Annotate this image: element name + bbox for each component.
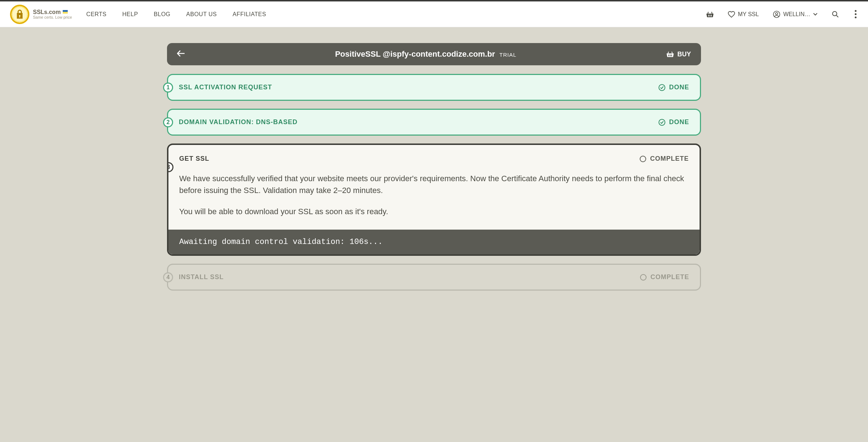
brand-subtitle: Same certs. Low price	[33, 15, 72, 19]
main-nav: CERTS HELP BLOG ABOUT US AFFILIATES	[86, 11, 266, 18]
svg-point-5	[640, 156, 646, 162]
nav-affiliates[interactable]: AFFILIATES	[233, 11, 266, 18]
step-number: 1	[163, 83, 173, 93]
lock-coin-icon	[10, 5, 29, 24]
heart-icon	[728, 11, 735, 18]
step-status: COMPLETE	[639, 155, 689, 163]
logo[interactable]: SSLs.com Same certs. Low price	[10, 5, 72, 24]
svg-point-3	[659, 84, 665, 90]
info-text-2: You will be able to download your SSL as…	[179, 206, 689, 217]
cart-button[interactable]	[706, 11, 714, 18]
search-icon	[832, 11, 839, 18]
buy-label: BUY	[677, 51, 691, 58]
svg-point-6	[640, 274, 646, 280]
step-number: 2	[163, 117, 173, 127]
status-text: COMPLETE	[650, 273, 689, 281]
basket-icon	[706, 11, 714, 18]
trial-badge: TRIAL	[500, 52, 517, 58]
status-text: DONE	[669, 84, 689, 91]
kebab-icon	[853, 9, 858, 20]
user-circle-icon	[773, 11, 780, 18]
nav-certs[interactable]: CERTS	[86, 11, 106, 18]
arrow-left-icon	[177, 50, 185, 57]
more-menu[interactable]	[853, 9, 858, 20]
info-text-1: We have successfully verified that your …	[179, 173, 689, 196]
nav-blog[interactable]: BLOG	[154, 11, 170, 18]
svg-point-1	[776, 13, 778, 15]
step-3: 3 GET SSL COMPLETE We have successfully …	[167, 144, 701, 256]
step-1[interactable]: 1 SSL ACTIVATION REQUEST DONE	[167, 74, 701, 101]
ukraine-flag-icon	[63, 10, 68, 14]
step-number: 4	[163, 272, 173, 282]
circle-icon	[640, 274, 647, 281]
check-circle-icon	[658, 84, 666, 91]
step-body: We have successfully verified that your …	[168, 163, 700, 230]
step-status: DONE	[658, 118, 689, 126]
step-2[interactable]: 2 DOMAIN VALIDATION: DNS-BASED DONE	[167, 109, 701, 136]
circle-icon	[639, 155, 647, 163]
status-text: COMPLETE	[650, 155, 689, 163]
page-title: PositiveSSL @ispfy-content.codize.com.br…	[185, 50, 667, 59]
svg-point-4	[659, 119, 665, 125]
status-text: DONE	[669, 118, 689, 126]
page-titlebar: PositiveSSL @ispfy-content.codize.com.br…	[167, 43, 701, 65]
myssl-link[interactable]: MY SSL	[728, 11, 759, 18]
step-label: SSL ACTIVATION REQUEST	[179, 84, 272, 91]
buy-button[interactable]: BUY	[667, 51, 691, 58]
title-product-domain: PositiveSSL @ispfy-content.codize.com.br	[335, 50, 495, 58]
brand-title: SSLs.com	[33, 9, 61, 15]
myssl-label: MY SSL	[738, 11, 759, 18]
validation-status: Awaiting domain control validation: 106s…	[168, 230, 700, 254]
step-label: INSTALL SSL	[179, 273, 224, 281]
chevron-down-icon	[813, 13, 817, 16]
step-label: GET SSL	[179, 155, 209, 163]
username-label: WELLIN…	[783, 11, 810, 18]
back-button[interactable]	[177, 50, 185, 58]
search-button[interactable]	[832, 11, 839, 18]
step-label: DOMAIN VALIDATION: DNS-BASED	[179, 118, 297, 126]
main-header: SSLs.com Same certs. Low price CERTS HEL…	[0, 1, 868, 27]
nav-about[interactable]: ABOUT US	[186, 11, 217, 18]
check-circle-icon	[658, 119, 666, 126]
basket-icon	[667, 51, 674, 57]
step-4: 4 INSTALL SSL COMPLETE	[167, 264, 701, 291]
svg-point-2	[833, 11, 837, 16]
step-status: COMPLETE	[640, 273, 689, 281]
step-status: DONE	[658, 84, 689, 91]
nav-help[interactable]: HELP	[122, 11, 138, 18]
user-menu[interactable]: WELLIN…	[773, 11, 817, 18]
